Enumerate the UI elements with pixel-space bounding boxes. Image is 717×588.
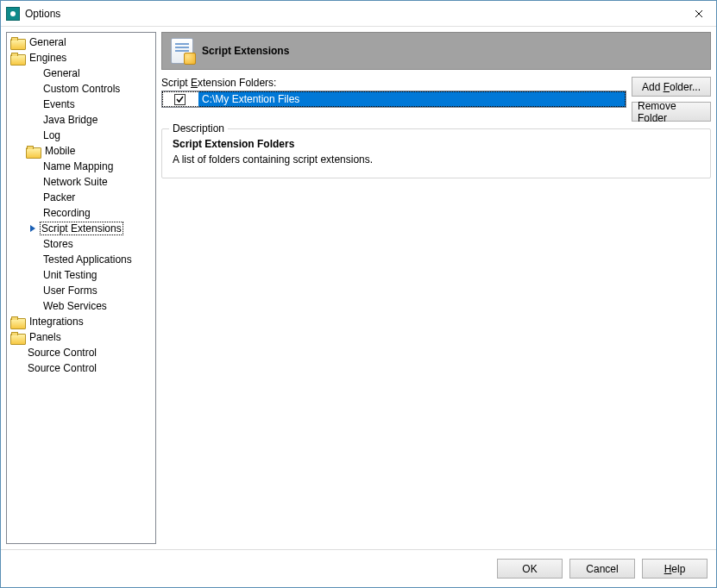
tree-item-recording[interactable]: Recording (7, 205, 155, 221)
add-folder-button[interactable]: Add Folder... (632, 77, 711, 97)
tree-item-name-mapping[interactable]: Name Mapping (7, 159, 155, 174)
folder-checkbox-cell[interactable] (162, 94, 198, 105)
app-icon (6, 7, 20, 21)
tree-item-label: Recording (41, 207, 92, 219)
script-extensions-icon (171, 38, 193, 64)
tree-item-label: Custom Controls (41, 83, 122, 95)
folder-icon (10, 53, 24, 64)
tree-item-label: Source Control (26, 347, 98, 359)
pointer-icon (29, 224, 38, 233)
folder-icon (10, 37, 24, 48)
tree-item-label: Tested Applications (41, 253, 134, 266)
tree-item-label: Integrations (28, 316, 85, 328)
tree-item-engines[interactable]: Engines (7, 50, 155, 66)
nav-tree[interactable]: GeneralEnginesGeneralCustom ControlsEven… (6, 32, 156, 544)
remove-folder-button[interactable]: Remove Folder (632, 102, 711, 122)
options-dialog: Options GeneralEnginesGeneralCustom Cont… (0, 0, 717, 588)
tree-item-source-control[interactable]: Source Control (7, 345, 155, 360)
tree-item-mobile[interactable]: Mobile (7, 143, 155, 159)
tree-item-network-suite[interactable]: Network Suite (7, 174, 155, 190)
description-box: Description Script Extension Folders A l… (161, 128, 711, 178)
content-pane: Script Extensions Script Extension Folde… (161, 32, 711, 544)
titlebar: Options (1, 1, 716, 27)
folder-path: C:\My Extention Files (198, 91, 626, 107)
folder-icon (26, 146, 40, 157)
tree-item-source-control[interactable]: Source Control (7, 360, 155, 376)
folders-row: Script Extension Folders: C:\My Extentio… (161, 77, 711, 122)
description-legend: Description (169, 122, 228, 134)
folders-box: Script Extension Folders: C:\My Extentio… (161, 77, 626, 108)
ok-button[interactable]: OK (497, 559, 563, 579)
folders-label: Script Extension Folders: (161, 77, 626, 89)
tree-item-web-services[interactable]: Web Services (7, 298, 155, 314)
tree-item-unit-testing[interactable]: Unit Testing (7, 267, 155, 283)
tree-item-label: Panels (28, 331, 63, 343)
tree-item-label: General (41, 67, 82, 79)
tree-item-label: Unit Testing (41, 269, 98, 281)
folders-list[interactable]: C:\My Extention Files (161, 91, 626, 108)
tree-item-label: Network Suite (41, 176, 110, 188)
tree-item-packer[interactable]: Packer (7, 190, 155, 205)
section-title: Script Extensions (202, 45, 289, 57)
tree-item-events[interactable]: Events (7, 97, 155, 112)
dialog-body: GeneralEnginesGeneralCustom ControlsEven… (1, 27, 716, 549)
dialog-footer: OK Cancel Help (1, 549, 716, 587)
tree-item-label: Engines (28, 52, 68, 64)
tree-item-label: Script Extensions (40, 222, 123, 235)
close-button[interactable] (682, 2, 716, 26)
tree-item-user-forms[interactable]: User Forms (7, 283, 155, 298)
tree-item-label: Log (41, 129, 62, 141)
folder-icon (10, 332, 24, 343)
tree-item-panels[interactable]: Panels (7, 329, 155, 345)
description-title: Script Extension Folders (173, 138, 700, 150)
tree-item-label: Java Bridge (41, 114, 99, 126)
cancel-button[interactable]: Cancel (569, 559, 635, 579)
tree-item-label: Packer (41, 191, 77, 203)
tree-item-stores[interactable]: Stores (7, 236, 155, 252)
help-button[interactable]: Help (642, 559, 708, 579)
section-header: Script Extensions (161, 32, 711, 70)
tree-item-custom-controls[interactable]: Custom Controls (7, 81, 155, 97)
tree-item-general[interactable]: General (7, 66, 155, 81)
tree-item-general[interactable]: General (7, 34, 155, 50)
tree-item-label: Name Mapping (41, 160, 115, 172)
tree-item-script-extensions[interactable]: Script Extensions (7, 221, 155, 236)
svg-point-0 (10, 11, 16, 16)
tree-item-tested-applications[interactable]: Tested Applications (7, 252, 155, 267)
side-buttons: Add Folder... Remove Folder (632, 77, 711, 122)
tree-item-java-bridge[interactable]: Java Bridge (7, 112, 155, 128)
tree-item-integrations[interactable]: Integrations (7, 314, 155, 329)
tree-item-label: Web Services (41, 300, 109, 312)
window-title: Options (25, 8, 682, 20)
tree-item-log[interactable]: Log (7, 128, 155, 143)
tree-item-label: Stores (41, 238, 75, 250)
tree-item-label: Events (41, 98, 77, 110)
folder-row[interactable]: C:\My Extention Files (162, 91, 626, 107)
checkbox-icon[interactable] (174, 94, 186, 105)
tree-item-label: General (28, 36, 68, 48)
tree-item-label: Mobile (43, 145, 77, 157)
folder-icon (10, 316, 24, 328)
tree-item-label: Source Control (26, 362, 98, 374)
description-body: A list of folders containing script exte… (173, 153, 700, 166)
tree-item-label: User Forms (41, 285, 99, 297)
